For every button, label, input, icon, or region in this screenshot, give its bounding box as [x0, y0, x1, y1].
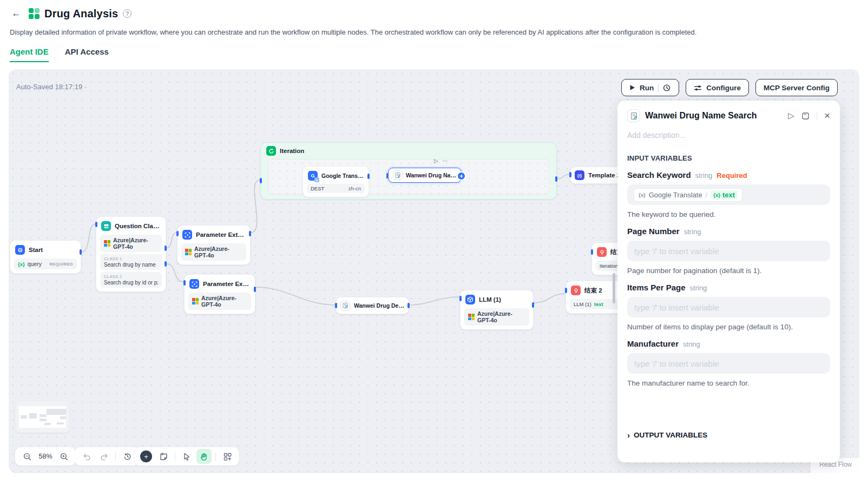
undo-button[interactable]: [79, 449, 94, 464]
question-classifier-icon: [101, 221, 111, 231]
wanwei-doc-icon: [340, 301, 350, 310]
handle[interactable]: [260, 178, 262, 183]
tab-agent-ide[interactable]: Agent IDE: [10, 47, 49, 62]
node-more-icon[interactable]: ⋯: [443, 158, 448, 164]
canvas-scrollbar[interactable]: [613, 273, 615, 303]
node-iteration[interactable]: Iteration Gx Google Translate DEST zh-cn…: [260, 142, 557, 200]
handle[interactable]: [569, 172, 571, 177]
node-wanwei-drug-name-search[interactable]: Wanwei Drug Name Search +: [388, 168, 462, 183]
handle[interactable]: [555, 176, 557, 182]
mcp-server-config-button[interactable]: MCP Server Config: [755, 79, 838, 96]
field-manufacturer: Manufacturer string The manufacturer nam…: [627, 339, 830, 387]
azure-logo-icon: [104, 240, 110, 247]
zoom-in-button[interactable]: [56, 449, 71, 464]
handle[interactable]: [95, 222, 97, 227]
auto-layout-button[interactable]: [220, 449, 235, 464]
template-icon: {/}: [575, 170, 584, 180]
node-question-classifier[interactable]: Question Classifier Azure|Azure-GPT-4o C…: [96, 216, 166, 292]
app-header: ← Drug Analysis ? Display detailed infor…: [0, 0, 868, 62]
node-mini-toolbar: ▷ ⋯: [434, 158, 448, 164]
handle[interactable]: [407, 303, 410, 308]
node-play-icon[interactable]: ▷: [434, 158, 438, 164]
hand-tool-button[interactable]: [196, 449, 212, 464]
add-note-button[interactable]: [156, 449, 171, 464]
handle[interactable]: [183, 280, 186, 286]
node-config-panel: Wanwei Drug Name Search ▷ × Add descript…: [617, 101, 840, 462]
add-node-button[interactable]: +: [139, 449, 154, 464]
required-badge: Required: [716, 171, 747, 180]
handle[interactable]: [386, 173, 389, 178]
tab-api-access[interactable]: API Access: [65, 47, 109, 62]
azure-logo-icon: [185, 249, 192, 255]
panel-title: Wanwei Drug Name Search: [645, 111, 783, 121]
pointer-tool-button[interactable]: [179, 449, 194, 464]
handle[interactable]: [249, 231, 251, 236]
edit-toolbar: +: [134, 447, 239, 466]
node-start[interactable]: Start {x} query REQUIRED: [10, 240, 81, 274]
help-icon[interactable]: ?: [123, 9, 131, 18]
run-button[interactable]: Run: [621, 79, 679, 96]
handle[interactable]: [367, 174, 370, 179]
azure-logo-icon: [192, 298, 199, 304]
handle[interactable]: [165, 246, 167, 251]
back-button[interactable]: ←: [9, 6, 24, 21]
version-history-button[interactable]: [120, 449, 135, 464]
handle[interactable]: [591, 249, 593, 255]
google-translate-icon: Gx: [308, 171, 318, 181]
canvas-actions: Run Configure MCP Server Config: [621, 79, 838, 96]
field-search-keyword: Search Keyword string Required {x} Googl…: [627, 170, 830, 218]
node-wanwei-drug-detailed-info[interactable]: Wanwei Drug Detailed Info...: [336, 297, 409, 314]
add-next-node-button[interactable]: +: [457, 171, 466, 181]
history-toolbar: [75, 447, 139, 466]
iteration-icon: [266, 146, 276, 156]
parameter-extractor-icon: [189, 279, 199, 289]
model-chip: Azure|Azure-GPT-4o: [188, 293, 251, 310]
class-row: CLASS 2 Search drug by id or pzwh.: [100, 272, 162, 288]
parameter-extractor-icon: [182, 230, 192, 240]
configure-button[interactable]: Configure: [686, 79, 749, 96]
autosave-status: Auto-Saved 18:17:19 ·: [16, 83, 87, 91]
field-page-number: Page Number string Page number for pagin…: [627, 227, 830, 275]
panel-run-icon[interactable]: ▷: [788, 111, 794, 121]
handle[interactable]: [532, 302, 534, 308]
start-icon: [15, 245, 25, 255]
tab-bar: Agent IDE API Access: [10, 47, 858, 62]
end-icon: [597, 247, 607, 257]
node-google-translate[interactable]: Gx Google Translate DEST zh-cn: [303, 166, 369, 197]
run-history-clock-icon[interactable]: [663, 84, 671, 92]
workflow-canvas[interactable]: Auto-Saved 18:17:19 · Run Configure MCP …: [9, 69, 859, 473]
handle[interactable]: [165, 261, 167, 267]
zoom-out-button[interactable]: [19, 449, 35, 464]
node-parameter-extractor-1[interactable]: Parameter Extractor 1 Azure|Azure-GPT-4o: [177, 225, 251, 265]
page-description: Display detailed information of private …: [10, 28, 858, 36]
description-placeholder[interactable]: Add description...: [627, 131, 830, 140]
items-per-page-input[interactable]: [627, 297, 830, 317]
handle[interactable]: [459, 296, 462, 301]
zoom-toolbar: 58%: [15, 447, 76, 466]
panel-close-icon[interactable]: ×: [824, 110, 830, 122]
zoom-level[interactable]: 58%: [37, 453, 54, 460]
manufacturer-input[interactable]: [627, 353, 830, 374]
handle[interactable]: [80, 249, 82, 255]
minimap[interactable]: [15, 401, 70, 433]
output-variables-toggle[interactable]: › OUTPUT VARIABLES: [627, 430, 830, 440]
node-llm-1[interactable]: LLM (1) Azure|Azure-GPT-4o: [460, 290, 534, 330]
translate-param-row: DEST zh-cn: [307, 184, 365, 193]
start-variable-row: {x} query REQUIRED: [14, 258, 77, 269]
handle[interactable]: [254, 287, 256, 292]
handle[interactable]: [335, 303, 337, 308]
wanwei-doc-icon: [393, 170, 403, 180]
panel-save-icon[interactable]: [801, 112, 810, 120]
handle[interactable]: [565, 288, 567, 293]
handle[interactable]: [176, 231, 179, 236]
app-logo-icon: [29, 8, 40, 19]
play-icon: [629, 84, 635, 91]
search-keyword-value[interactable]: {x} Google Translate / {x}text: [627, 184, 830, 205]
variable-chip[interactable]: {x} Google Translate / {x}text: [634, 189, 742, 201]
page-title: Drug Analysis: [44, 8, 118, 20]
page-number-input[interactable]: [627, 241, 830, 261]
redo-button[interactable]: [96, 449, 111, 464]
class-row: CLASS 1 Search drug by name: [100, 254, 162, 270]
node-parameter-extractor-2[interactable]: Parameter Extractor 2 Azure|Azure-GPT-4o: [184, 274, 255, 314]
input-variables-section-label: INPUT VARIABLES: [627, 154, 830, 162]
